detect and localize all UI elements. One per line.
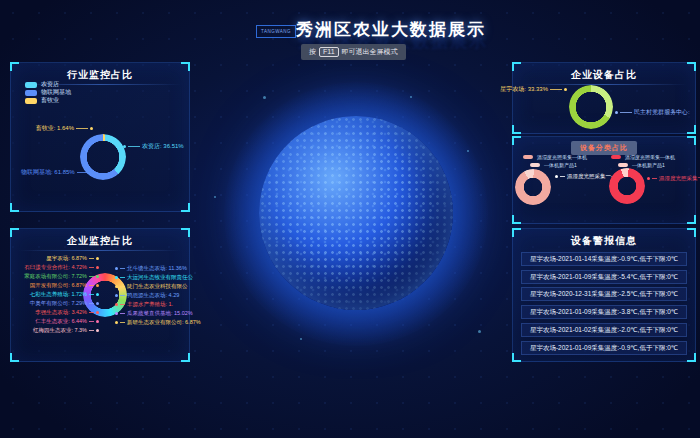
label-dot bbox=[115, 276, 118, 279]
chart-label-text: 星宇农场: 33.33% bbox=[500, 85, 548, 94]
label-dot bbox=[96, 293, 99, 296]
leader-line bbox=[652, 178, 657, 179]
hint-suffix: 即可退出全屏模式 bbox=[342, 47, 398, 57]
device-class-left-donut[interactable] bbox=[515, 169, 551, 205]
chart-label: 陡门生态农业科技有限公 bbox=[115, 283, 188, 290]
alarm-row: 星宇农场-2021-01-09采集温度:-3.8℃,低于下限:0℃ bbox=[521, 305, 687, 319]
leader-line bbox=[89, 303, 94, 304]
label-dot bbox=[115, 312, 118, 315]
alarm-row: 星宇农场-2021-01-02采集温度:-2.0℃,低于下限:0℃ bbox=[521, 323, 687, 337]
leader-line bbox=[120, 295, 125, 296]
leader-line bbox=[560, 176, 565, 177]
legend-label: 温湿度光照采集一体机 bbox=[537, 154, 587, 160]
legend-label: 温湿度光照采集一体机 bbox=[625, 154, 675, 160]
chart-label: 仁丰生态农业: 6.44% bbox=[13, 318, 99, 325]
leader-line bbox=[120, 277, 125, 278]
panel-title: 企业监控占比 bbox=[11, 234, 189, 248]
title-divider bbox=[19, 250, 181, 251]
chart-label-text: 北斗塘生态农场: 11.36% bbox=[127, 265, 187, 272]
chart-label: 民主村党群服务中心: bbox=[615, 108, 690, 117]
chart-label-text: 星宇农场: 6.87% bbox=[46, 255, 87, 262]
particle-dot bbox=[467, 150, 469, 152]
legend-swatch bbox=[25, 90, 37, 96]
corner-bracket bbox=[512, 353, 521, 362]
chart-label-text: 红梅园生态农业: 7.3% bbox=[33, 327, 87, 334]
label-dot bbox=[647, 177, 650, 180]
device-class-right-donut[interactable] bbox=[609, 168, 645, 204]
label-dot bbox=[96, 320, 99, 323]
label-dot bbox=[555, 175, 558, 178]
label-dot bbox=[115, 321, 118, 324]
chart-label: 农资店: 36.51% bbox=[123, 142, 184, 151]
chart-label: 星宇农场: 6.87% bbox=[13, 255, 99, 262]
corner-bracket bbox=[512, 125, 521, 134]
chart-label-text: 石臼漾专业合作社: 4.72% bbox=[24, 264, 87, 271]
leader-line bbox=[89, 321, 94, 322]
chart-label: 北斗塘生态农场: 11.36% bbox=[115, 265, 187, 272]
label-dot bbox=[96, 266, 99, 269]
chart-label-text: 鸭思源生态农场: 4.29 bbox=[127, 292, 179, 299]
legend-swatch bbox=[25, 82, 37, 88]
panel-title: 企业设备占比 bbox=[513, 68, 695, 82]
label-dot bbox=[115, 294, 118, 297]
dashboard: 秀洲区农业大数据展示 TANGWANG 秀洲区农业大数据展示 按 F11 即可退… bbox=[0, 0, 700, 438]
chart-label-text: 畜牧业: 1.64% bbox=[36, 124, 74, 133]
legend-label: 畜牧业 bbox=[41, 96, 59, 105]
globe bbox=[259, 116, 453, 310]
leader-line bbox=[120, 286, 125, 287]
legend-swatch bbox=[618, 163, 628, 167]
legend-label: 一体机新产品1 bbox=[544, 162, 577, 168]
chart-label-text: 国开发有限公司: 6.87% bbox=[30, 282, 87, 289]
chart-label-text: 瓜果蔬菜直供基地: 15.02% bbox=[127, 310, 193, 317]
legend-label: 一体机新产品1 bbox=[632, 162, 665, 168]
page-title: 秀洲区农业大数据展示 bbox=[296, 18, 486, 41]
leader-line bbox=[89, 330, 94, 331]
leader-line bbox=[89, 312, 94, 313]
chart-label-text: 大运河生态牧业有限责任公 bbox=[127, 274, 193, 281]
panel-device-alarms: 设备警报信息 星宇农场-2021-01-14采集温度:-0.9℃,低于下限:0℃… bbox=[512, 228, 696, 362]
chart-label: 物联网基地: 61.85% bbox=[21, 168, 94, 177]
chart-label-text: 七彩生态养殖场: 1.72% bbox=[30, 291, 87, 298]
legend-item[interactable]: 一体机新产品1 bbox=[530, 162, 577, 168]
leader-line bbox=[120, 268, 125, 269]
leader-line bbox=[89, 285, 94, 286]
corner-bracket bbox=[512, 136, 521, 145]
chart-label: 星宇农场: 33.33% bbox=[515, 85, 567, 94]
label-dot bbox=[96, 311, 99, 314]
legend-swatch bbox=[523, 155, 533, 159]
f11-keycap: F11 bbox=[319, 47, 339, 57]
label-dot bbox=[96, 257, 99, 260]
alarm-row: 星宇农场-2021-01-14采集温度:-0.9℃,低于下限:0℃ bbox=[521, 252, 687, 266]
leader-line bbox=[120, 304, 125, 305]
chart-label-text: 仁丰生态农业: 6.44% bbox=[35, 318, 87, 325]
chart-label: 国开发有限公司: 6.87% bbox=[13, 282, 99, 289]
alarm-row: 星宇农场-2021-01-09采集温度:-0.9℃,低于下限:0℃ bbox=[521, 341, 687, 355]
chart-label: 大运河生态牧业有限责任公 bbox=[115, 274, 193, 281]
chart-label-text: 家庭农场有限公司: 7.72% bbox=[24, 273, 87, 280]
chart-label: 温湿度光照采集一— bbox=[647, 175, 700, 182]
corner-bracket bbox=[512, 215, 521, 224]
leader-line bbox=[89, 267, 94, 268]
chart-label: 新研生态农业有限公司: 6.87% bbox=[115, 319, 201, 326]
panel-title: 设备警报信息 bbox=[513, 234, 695, 248]
leader-line bbox=[620, 112, 632, 113]
chart-label: 中奥年有限公司: 7.29% bbox=[13, 300, 99, 307]
label-dot bbox=[96, 275, 99, 278]
legend-item[interactable]: 温湿度光照采集一体机 bbox=[611, 154, 675, 160]
legend-item[interactable]: 温湿度光照采集一体机 bbox=[523, 154, 587, 160]
chart-label: 畜牧业: 1.64% bbox=[17, 124, 93, 133]
logo-badge: TANGWANG bbox=[256, 25, 296, 38]
particle-dot bbox=[263, 96, 266, 99]
chart-label-text: 中奥年有限公司: 7.29% bbox=[30, 300, 87, 307]
chart-label-text: 温湿度光照采集一— bbox=[659, 175, 700, 182]
label-dot bbox=[96, 284, 99, 287]
label-dot bbox=[115, 285, 118, 288]
corner-bracket bbox=[181, 203, 190, 212]
legend-item[interactable]: 畜牧业 bbox=[25, 96, 59, 105]
leader-line bbox=[76, 128, 88, 129]
alarm-row: 星宇农场-2020-12-31采集温度:-2.5℃,低于下限:0℃ bbox=[521, 287, 687, 301]
equipment-donut-chart[interactable] bbox=[569, 85, 613, 129]
hint-prefix: 按 bbox=[309, 47, 316, 57]
chart-label-text: 陡门生态农业科技有限公 bbox=[127, 283, 188, 290]
particle-dot bbox=[214, 196, 216, 198]
